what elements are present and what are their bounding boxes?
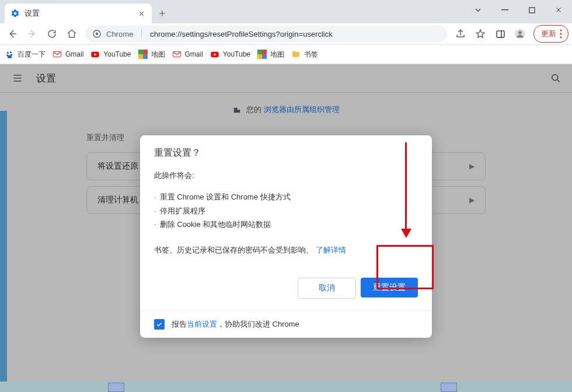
svg-rect-4 <box>497 30 504 37</box>
window-dropdown-icon[interactable] <box>465 0 491 20</box>
gmail-icon <box>172 50 182 59</box>
bookmark-item[interactable]: Gmail <box>53 50 83 59</box>
update-label: 更新 <box>541 29 556 39</box>
youtube-icon <box>90 50 100 59</box>
forward-button[interactable] <box>23 25 41 43</box>
svg-point-9 <box>560 36 561 38</box>
dialog-item: 重置 Chrome 设置和 Chrome 快捷方式 <box>154 190 418 204</box>
dialog-note-text: 书签、历史记录和已保存的密码不会受到影响。 <box>154 246 313 254</box>
profile-icon[interactable] <box>511 25 529 43</box>
update-button[interactable]: 更新 <box>533 25 568 43</box>
svg-rect-0 <box>501 9 508 10</box>
dialog-intro: 此操作将会: <box>154 169 418 182</box>
svg-point-8 <box>560 33 561 34</box>
tab-title: 设置 <box>25 9 132 19</box>
svg-point-7 <box>560 29 561 31</box>
reset-settings-label: 重置设置 <box>373 282 406 293</box>
bookmark-item[interactable]: 书签 <box>291 50 318 60</box>
cancel-button[interactable]: 取消 <box>298 278 356 299</box>
bookmark-label: YouTube <box>103 50 131 58</box>
home-button[interactable] <box>63 25 81 43</box>
address-url: chrome://settings/resetProfileSettings?o… <box>150 30 333 38</box>
address-separator <box>141 29 142 38</box>
svg-point-6 <box>518 31 522 34</box>
footer-link[interactable]: 当前设置 <box>187 320 217 328</box>
svg-rect-1 <box>529 7 534 12</box>
svg-point-3 <box>96 33 98 35</box>
bookmark-item[interactable]: YouTube <box>90 50 131 59</box>
footer-pre: 报告 <box>172 320 187 328</box>
window-close-button[interactable] <box>545 0 572 20</box>
bookmark-item[interactable]: 地图 <box>257 50 284 60</box>
reload-button[interactable] <box>43 25 61 43</box>
address-bar[interactable]: Chrome chrome://settings/resetProfileSet… <box>85 26 447 42</box>
youtube-icon <box>210 50 219 59</box>
dialog-item: 停用扩展程序 <box>154 204 418 218</box>
folder-icon <box>291 50 301 59</box>
bookmark-label: Gmail <box>185 50 203 58</box>
address-scheme: Chrome <box>106 30 133 38</box>
side-panel-icon[interactable] <box>491 25 509 43</box>
annotation-arrow-head <box>401 229 411 238</box>
bookmark-label: Gmail <box>65 50 83 58</box>
bookmark-item[interactable]: 地图 <box>138 50 165 60</box>
bookmark-label: 百度一下 <box>18 50 46 60</box>
bookmark-label: 地图 <box>151 50 165 60</box>
baidu-icon <box>5 50 14 59</box>
dialog-learn-more-link[interactable]: 了解详情 <box>316 246 346 254</box>
tab-close-icon[interactable] <box>137 9 146 18</box>
dialog-title: 重置设置？ <box>154 147 418 159</box>
maps-icon <box>138 50 148 59</box>
browser-tab[interactable]: 设置 <box>5 4 152 23</box>
reset-settings-button[interactable]: 重置设置 <box>361 278 418 298</box>
gear-icon <box>11 9 20 18</box>
footer-post: ，协助我们改进 Chrome <box>217 320 299 328</box>
cancel-label: 取消 <box>319 283 335 293</box>
bookmark-label: 书签 <box>304 50 318 60</box>
window-minimize-button[interactable] <box>491 0 518 20</box>
share-icon[interactable] <box>452 25 469 43</box>
bookmark-label: YouTube <box>223 50 250 58</box>
annotation-arrow <box>405 142 407 230</box>
maps-icon <box>257 50 267 59</box>
svg-point-10 <box>6 51 8 53</box>
bookmark-item[interactable]: Gmail <box>172 50 203 59</box>
menu-dots-icon <box>560 29 562 38</box>
new-tab-button[interactable] <box>154 5 170 22</box>
reset-settings-dialog: 重置设置？ 此操作将会: 重置 Chrome 设置和 Chrome 快捷方式 停… <box>140 135 432 338</box>
side-strip-decoration <box>0 111 7 382</box>
bookmark-star-icon[interactable] <box>472 25 489 43</box>
bookmark-item[interactable]: 百度一下 <box>5 50 46 60</box>
gmail-icon <box>53 50 62 59</box>
bottom-strip-decoration <box>0 382 572 392</box>
dialog-item: 删除 Cookie 和其他临时网站数据 <box>154 218 418 231</box>
site-chrome-icon <box>92 29 102 38</box>
svg-point-11 <box>9 51 11 53</box>
bookmark-item[interactable]: YouTube <box>210 50 250 59</box>
back-button[interactable] <box>4 25 21 43</box>
window-maximize-button[interactable] <box>518 0 545 20</box>
bookmark-label: 地图 <box>270 50 284 60</box>
report-settings-checkbox[interactable] <box>154 319 165 330</box>
